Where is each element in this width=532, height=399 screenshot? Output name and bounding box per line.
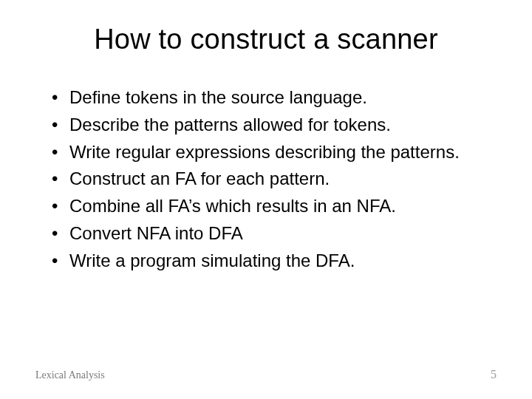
list-item: Write regular expressions describing the… [52,140,497,166]
slide-title: How to construct a scanner [35,24,497,55]
bullet-list: Define tokens in the source language. De… [35,85,497,274]
page-number: 5 [491,368,497,381]
list-item: Combine all FA’s which results in an NFA… [52,194,497,219]
list-item: Construct an FA for each pattern. [52,166,497,192]
list-item: Write a program simulating the DFA. [52,248,497,274]
list-item: Convert NFA into DFA [52,221,497,247]
slide: How to construct a scanner Define tokens… [0,0,532,399]
footer: Lexical Analysis 5 [35,368,497,381]
list-item: Describe the patterns allowed for tokens… [52,112,497,138]
list-item: Define tokens in the source language. [52,85,497,111]
footer-label: Lexical Analysis [35,369,105,381]
